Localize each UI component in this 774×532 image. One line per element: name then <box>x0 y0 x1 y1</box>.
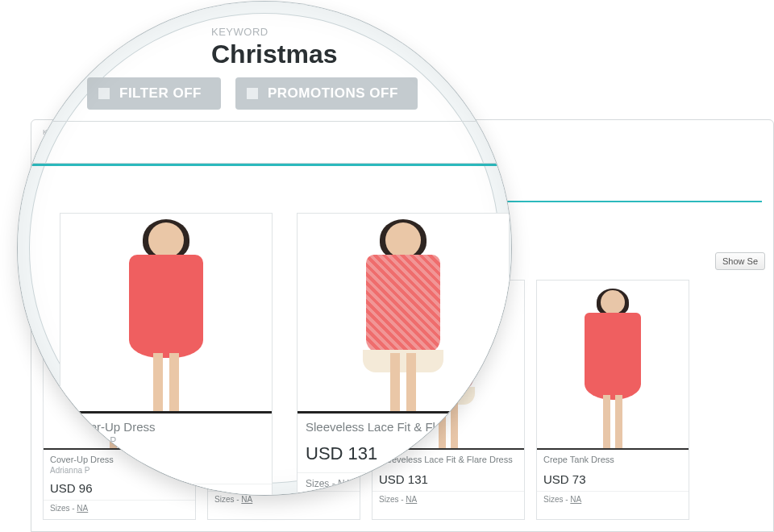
show-settings-button[interactable]: Show Se <box>715 252 765 270</box>
product-image <box>537 281 689 450</box>
checkbox-icon <box>247 88 258 99</box>
filter-toggle[interactable]: FILTER OFF <box>87 77 221 110</box>
keyword-value: Christmas <box>211 39 447 69</box>
product-sizes: Sizes - NA <box>44 500 195 519</box>
product-price: USD 73 <box>537 469 689 491</box>
lens-toggle-row: FILTER OFF PROMOTIONS OFF <box>87 77 511 110</box>
teal-divider <box>18 164 511 166</box>
blank-row <box>18 122 511 164</box>
promotions-toggle[interactable]: PROMOTIONS OFF <box>235 77 418 110</box>
panel-tools: Show Se <box>715 252 765 270</box>
promotions-toggle-label: PROMOTIONS OFF <box>268 85 398 102</box>
product-image <box>60 214 272 414</box>
magnifier-lens: KEYWORD Christmas FILTER OFF PROMOTIONS … <box>18 2 511 495</box>
keyword-label: KEYWORD <box>211 26 447 38</box>
checkbox-icon <box>98 88 110 99</box>
filter-toggle-label: FILTER OFF <box>119 85 202 102</box>
product-price: USD 131 <box>372 469 524 491</box>
product-sizes: Sizes - NA <box>537 491 689 510</box>
lens-header: KEYWORD Christmas <box>18 2 511 69</box>
product-price: USD 96 <box>44 478 195 500</box>
product-title: Crepe Tank Dress <box>537 450 689 466</box>
product-sizes: Sizes - NA <box>372 491 524 510</box>
product-card[interactable]: Crepe Tank Dress USD 73 Sizes - NA <box>536 280 689 520</box>
